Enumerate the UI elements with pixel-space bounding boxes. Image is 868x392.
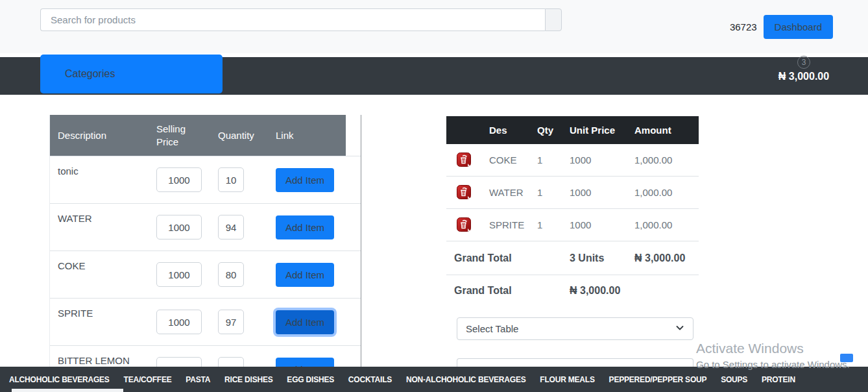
trash-icon [457,159,471,169]
link-cell: Add Item [268,156,346,203]
add-item-button[interactable]: Add Item [276,215,334,239]
add-item-button[interactable]: Add Item [276,168,334,192]
category-item[interactable]: PROTEIN [762,375,795,384]
grand-total-amount: ₦ 3,000.00 [627,252,699,264]
price-input[interactable] [156,167,202,192]
add-item-button[interactable]: Add Item [276,358,334,367]
delete-cell [446,177,481,208]
products-table-body: tonic Add Item WATER [50,156,361,367]
cart-item-qty: 1 [529,177,562,208]
product-description: SPRITE [50,299,149,345]
cart-item-qty: 1 [529,209,562,241]
search-group [40,8,562,31]
header-quantity: Quantity [210,115,268,156]
trash-icon [457,191,471,201]
delete-cell [446,144,481,176]
cart-item-unit-price: 1000 [562,177,627,208]
cart-summary: 3 ₦ 3,000.00 [775,56,833,82]
category-item[interactable]: EGG DISHES [287,375,334,384]
cart-item-name: WATER [481,177,529,208]
blue-chip [840,354,853,362]
cart-row: WATER 1 1000 1,000.00 [446,177,699,209]
products-table-header: Description Selling Price Quantity Link [50,115,361,156]
link-cell: Add Item [268,251,346,298]
cart-item-unit-price: 1000 [562,144,627,176]
price-cell [149,156,210,203]
cart-item-name: SPRITE [481,209,529,241]
price-cell [149,204,210,251]
price-input[interactable] [156,310,202,334]
quantity-input[interactable] [218,310,244,334]
top-bar: 36723 Dashboard [0,0,868,53]
quantity-cell [210,299,268,345]
quantity-cell [210,251,268,298]
delete-item-button[interactable] [456,217,472,233]
grand-total-row: Grand Total 3 Units ₦ 3,000.00 [446,241,699,275]
categories-button[interactable]: Categories [40,55,223,93]
link-cell: Add Item [268,299,346,345]
quantity-input[interactable] [218,357,244,367]
delete-item-button[interactable] [456,185,472,201]
scrollbar-gutter [346,115,361,156]
horizontal-scrollbar-thumb[interactable] [12,389,123,392]
dashboard-button[interactable]: Dashboard [764,15,833,39]
cart-item-name: COKE [481,144,529,176]
partial-input-field[interactable] [457,358,693,367]
grand-total-label: Grand Total [446,285,562,297]
header-unit-price: Unit Price [562,116,627,144]
header-qty: Qty [529,116,562,144]
link-cell: Add Item [268,346,346,367]
quantity-input[interactable] [218,262,244,287]
price-cell [149,346,210,367]
quantity-input[interactable] [218,167,244,192]
product-description: tonic [50,156,149,203]
product-row: WATER Add Item [50,203,361,251]
search-input[interactable] [40,8,545,31]
price-input[interactable] [156,215,202,239]
cart-row: COKE 1 1000 1,000.00 [446,144,699,177]
quantity-input[interactable] [218,215,244,239]
cart-item-amount: 1,000.00 [627,209,699,241]
category-item[interactable]: ALCHOHOLIC BEVERAGES [9,375,110,384]
category-item[interactable]: COCKTAILS [348,375,392,384]
category-item[interactable]: RICE DISHES [224,375,272,384]
category-item[interactable]: TEA/COFFEE [124,375,172,384]
trash-icon [457,224,471,234]
add-item-button[interactable]: Add Item [276,310,334,334]
header-selling-price: Selling Price [149,115,210,156]
table-select[interactable]: Select Table [457,317,693,340]
product-description: WATER [50,204,149,251]
delete-item-button[interactable] [456,153,472,168]
category-item[interactable]: SOUPS [721,375,747,384]
product-description: COKE [50,251,149,298]
category-item[interactable]: FLOUR MEALS [540,375,594,384]
search-addon-button[interactable] [545,8,562,31]
category-item[interactable]: PASTA [186,375,210,384]
products-table: Description Selling Price Quantity Link … [49,115,361,367]
add-item-button[interactable]: Add Item [276,263,334,287]
pos-screen: 36723 Dashboard Categories 3 ₦ 3,000.00 … [0,0,868,392]
price-input[interactable] [156,357,202,367]
cart-item-unit-price: 1000 [562,209,627,241]
scrollbar-gutter [346,204,361,251]
scrollbar-gutter [346,251,361,298]
header-link: Link [268,115,346,156]
header-delete-col [446,116,481,144]
windows-watermark: Activate Windows Go to Settings to activ… [696,341,850,370]
cart-table-body: COKE 1 1000 1,000.00 [446,144,699,241]
cart-table-header: Des Qty Unit Price Amount [446,116,699,144]
watermark-line1: Activate Windows [696,341,850,356]
category-item[interactable]: PEPPERED/PEPPER SOUP [609,375,707,384]
category-item[interactable]: NON-ALCHOHOLIC BEVERAGES [406,375,526,384]
product-description: BITTER LEMON [50,346,149,367]
header-des: Des [481,116,529,144]
cart-item-amount: 1,000.00 [627,177,699,208]
table-select-value: Select Table [466,323,518,334]
scrollbar-gutter [346,299,361,345]
grand-total-label: Grand Total [446,252,562,264]
price-input[interactable] [156,262,202,287]
product-row: SPRITE Add Item [50,298,361,345]
link-cell: Add Item [268,204,346,251]
quantity-cell [210,346,268,367]
chevron-down-icon [675,323,684,335]
